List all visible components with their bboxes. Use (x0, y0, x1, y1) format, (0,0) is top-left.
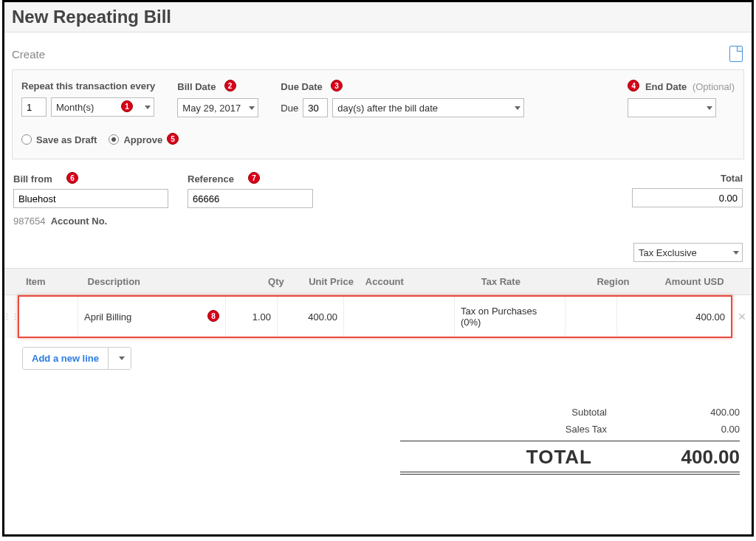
reference-input[interactable] (188, 189, 313, 208)
approve-radio[interactable]: Approve 5 (109, 134, 179, 145)
repeat-interval-input[interactable] (21, 97, 47, 117)
total-label: TOTAL (474, 446, 592, 469)
col-description: Description (82, 269, 236, 295)
add-line-dropdown[interactable] (108, 348, 131, 369)
bill-date-value: May 29, 2017 (182, 103, 241, 114)
cell-tax-rate[interactable]: Tax on Purchases (0%) (455, 297, 566, 337)
annotation-badge-8: 8 (207, 310, 219, 322)
due-mode-select[interactable]: day(s) after the bill date (332, 98, 524, 117)
drag-handle-icon[interactable]: ⋮⋮ (4, 295, 18, 338)
cell-description[interactable]: April Billing 8 (78, 297, 226, 337)
schedule-panel: Repeat this transaction every Month(s) 1 (12, 69, 744, 159)
total-value: 400.00 (636, 446, 740, 469)
radio-icon (21, 134, 32, 145)
cell-region[interactable] (566, 297, 617, 337)
col-item: Item (20, 269, 82, 295)
due-prefix: Due (281, 103, 298, 114)
cell-account[interactable] (344, 297, 455, 337)
chevron-down-icon (145, 106, 151, 109)
document-icon[interactable] (729, 46, 743, 62)
cell-unit-price[interactable]: 400.00 (278, 297, 344, 337)
annotation-badge-2: 2 (224, 80, 236, 92)
save-as-draft-radio[interactable]: Save as Draft (21, 134, 97, 145)
col-amount: Amount USD (645, 269, 730, 295)
line-item-row[interactable]: April Billing 8 1.00 400.00 Tax on Purch… (18, 295, 732, 338)
line-items-table: Item Description Qty Unit Price Account … (4, 268, 752, 295)
total-input[interactable] (632, 188, 743, 207)
chevron-down-icon (707, 106, 712, 110)
col-tax-rate: Tax Rate (475, 269, 591, 295)
create-label: Create (12, 48, 45, 61)
col-unit-price: Unit Price (290, 269, 360, 295)
annotation-badge-5: 5 (167, 133, 179, 145)
radio-icon (109, 134, 119, 145)
chevron-down-icon (515, 106, 520, 110)
bill-from-label: Bill from (13, 173, 52, 185)
cell-amount[interactable]: 400.00 (617, 297, 731, 337)
annotation-badge-1: 1 (121, 100, 133, 112)
cell-item[interactable] (19, 297, 78, 337)
add-line-label: Add a new line (23, 348, 108, 369)
total-label: Total (632, 173, 743, 184)
reference-label: Reference (188, 173, 234, 185)
annotation-badge-6: 6 (66, 172, 78, 184)
salestax-label: Sales Tax (504, 424, 607, 435)
end-date-label: End Date (645, 81, 687, 92)
title-bar: New Repeating Bill (4, 2, 752, 32)
save-as-draft-label: Save as Draft (36, 134, 97, 145)
bill-date-select[interactable]: May 29, 2017 (177, 98, 258, 117)
annotation-badge-7: 7 (248, 172, 260, 184)
chevron-down-icon (249, 106, 255, 110)
col-qty: Qty (236, 269, 290, 295)
repeat-label: Repeat this transaction every (21, 80, 155, 92)
col-region: Region (591, 269, 645, 295)
annotation-badge-3: 3 (331, 80, 343, 92)
tax-mode-value: Tax Exclusive (639, 247, 697, 258)
end-date-optional: (Optional) (693, 81, 735, 92)
tax-mode-select[interactable]: Tax Exclusive (633, 243, 743, 262)
account-number-value: 987654 (13, 216, 45, 227)
due-days-input[interactable] (303, 98, 328, 117)
subtotal-value: 400.00 (651, 407, 740, 418)
annotation-badge-4: 4 (628, 80, 639, 92)
col-account: Account (360, 269, 475, 295)
bill-from-input[interactable] (13, 189, 168, 208)
cell-qty[interactable]: 1.00 (226, 297, 278, 337)
subtotal-label: Subtotal (504, 407, 607, 418)
repeat-unit-select[interactable]: Month(s) 1 (51, 97, 154, 117)
due-mode-value: day(s) after the bill date (337, 103, 438, 114)
page-title: New Repeating Bill (12, 7, 744, 27)
delete-row-icon[interactable]: × (732, 295, 752, 338)
due-date-label: Due Date (281, 81, 322, 92)
approve-label: Approve (123, 134, 162, 145)
cell-description-value: April Billing (84, 311, 131, 323)
repeat-unit-value: Month(s) (56, 102, 94, 113)
bill-date-label: Bill Date (177, 81, 216, 92)
end-date-select[interactable] (628, 98, 716, 117)
account-number-row: 987654 Account No. (4, 208, 752, 227)
account-number-label: Account No. (51, 216, 108, 227)
salestax-value: 0.00 (651, 424, 740, 435)
chevron-down-icon (733, 251, 739, 255)
add-line-button[interactable]: Add a new line (22, 347, 131, 370)
chevron-down-icon (119, 356, 125, 360)
